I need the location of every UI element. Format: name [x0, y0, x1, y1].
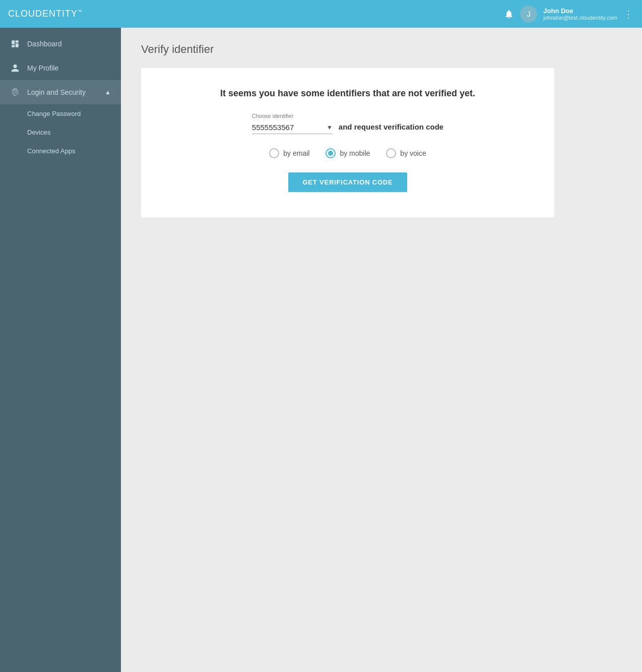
card-heading: It seems you have some identifiers that … [171, 88, 524, 99]
radio-by-voice[interactable]: by voice [386, 148, 426, 158]
sidebar-item-change-password[interactable]: Change Password [0, 104, 121, 123]
user-name: John Doe [543, 7, 617, 15]
header-right: J John Doe johndoe@test.cloudentity.com … [504, 6, 634, 23]
identifier-select[interactable]: 5555553567 [252, 121, 333, 134]
sidebar-item-change-password-label: Change Password [27, 110, 81, 117]
sidebar-item-devices-label: Devices [27, 129, 50, 136]
radio-label-mobile: by mobile [340, 149, 370, 157]
main-content: Verify identifier It seems you have some… [121, 28, 642, 672]
sidebar-item-devices[interactable]: Devices [0, 123, 121, 142]
radio-by-mobile[interactable]: by mobile [326, 148, 370, 158]
user-email: johndoe@test.cloudentity.com [543, 15, 617, 21]
identifier-row: Choose identifier 5555553567 ▼ and reque… [171, 113, 524, 134]
get-verification-code-button[interactable]: GET VERIFICATION CODE [288, 172, 407, 192]
fingerprint-icon [10, 87, 20, 97]
sidebar-item-my-profile-label: My Profile [27, 64, 111, 72]
more-options-icon[interactable]: ⋮ [623, 8, 634, 20]
person-icon [10, 63, 20, 73]
sidebar-item-my-profile[interactable]: My Profile [0, 56, 121, 80]
identifier-label: Choose identifier [252, 113, 333, 119]
identifier-select-wrapper: 5555553567 ▼ [252, 121, 333, 134]
notifications-icon[interactable] [504, 9, 514, 19]
chevron-up-icon: ▲ [105, 89, 111, 96]
main-layout: Dashboard My Profile Login and Security … [0, 28, 642, 672]
radio-label-voice: by voice [400, 149, 426, 157]
radio-by-email[interactable]: by email [269, 148, 309, 158]
sidebar-item-login-security-label: Login and Security [27, 88, 98, 96]
dashboard-icon [10, 39, 20, 49]
radio-circle-voice [386, 148, 396, 158]
app-logo: CLOUDENTITY™ [8, 9, 83, 19]
sidebar: Dashboard My Profile Login and Security … [0, 28, 121, 672]
verify-identifier-card: It seems you have some identifiers that … [141, 68, 554, 217]
app-header: CLOUDENTITY™ J John Doe johndoe@test.clo… [0, 0, 642, 28]
page-title: Verify identifier [141, 43, 622, 56]
radio-circle-mobile [326, 148, 336, 158]
user-info: John Doe johndoe@test.cloudentity.com [543, 7, 617, 21]
radio-circle-email [269, 148, 279, 158]
sidebar-item-connected-apps[interactable]: Connected Apps [0, 142, 121, 160]
identifier-select-wrap: Choose identifier 5555553567 ▼ [252, 113, 333, 134]
radio-label-email: by email [283, 149, 309, 157]
sidebar-item-dashboard-label: Dashboard [27, 40, 111, 48]
avatar: J [520, 6, 537, 23]
radio-group: by email by mobile by voice [171, 148, 524, 158]
sidebar-item-dashboard[interactable]: Dashboard [0, 32, 121, 56]
sidebar-item-login-security[interactable]: Login and Security ▲ [0, 80, 121, 104]
sidebar-item-connected-apps-label: Connected Apps [27, 147, 75, 155]
request-text: and request verification code [339, 123, 443, 134]
